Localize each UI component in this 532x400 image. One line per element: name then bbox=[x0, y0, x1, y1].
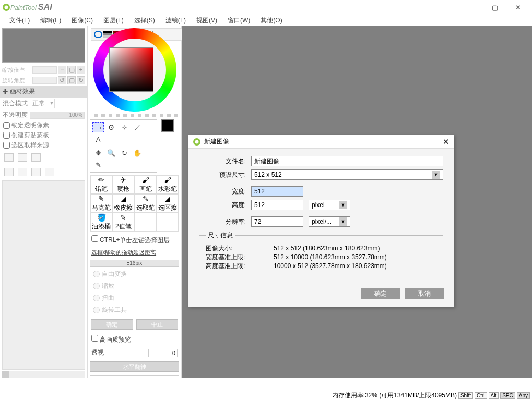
sel-source-label: 选区取样来源 bbox=[11, 141, 49, 150]
effects-header[interactable]: ✚画材效果 bbox=[0, 86, 87, 98]
key-ctrl: Ctrl bbox=[475, 392, 487, 399]
status-bar: 内存使用率:32% (可用1341MB/上限4095MB) Shift Ctrl… bbox=[0, 391, 532, 400]
layer-list[interactable] bbox=[2, 180, 85, 370]
rect-select-tool-icon[interactable]: ▭ bbox=[92, 122, 104, 132]
height-max-label: 高度基准上限: bbox=[206, 262, 274, 271]
hq-preview-label: 高画质预览 bbox=[100, 336, 131, 343]
menu-select[interactable]: 选择(S) bbox=[129, 15, 160, 26]
width-label: 宽度: bbox=[199, 187, 251, 196]
flip-horizontal-button[interactable]: 水平翻转 bbox=[90, 361, 179, 372]
new-folder-icon[interactable] bbox=[31, 153, 41, 162]
window-minimize-button[interactable]: — bbox=[459, 0, 483, 15]
merge-down-icon[interactable] bbox=[4, 168, 14, 176]
hand-tool-icon[interactable]: ✋ bbox=[132, 148, 143, 158]
menu-bar: 文件(F) 编辑(E) 图像(C) 图层(L) 选择(S) 滤镜(T) 视图(V… bbox=[0, 15, 532, 26]
brush-selpen[interactable]: ✎选取笔 bbox=[135, 194, 157, 213]
rotate-ccw2-button[interactable]: ↺ bbox=[58, 76, 66, 84]
zoom-plus-button[interactable]: + bbox=[77, 66, 85, 74]
clear-layer-icon[interactable] bbox=[31, 168, 41, 176]
brush-selerase[interactable]: ◢选区擦 bbox=[157, 194, 179, 213]
lasso-tool-icon[interactable]: ʘ bbox=[105, 122, 117, 132]
fg-bg-swatch[interactable] bbox=[161, 119, 179, 137]
key-spc: SPC bbox=[500, 392, 515, 399]
zoom-slider[interactable] bbox=[32, 66, 57, 74]
blend-mode-label: 混合模式 bbox=[3, 99, 28, 108]
layer-opacity-slider[interactable]: 100% bbox=[30, 112, 85, 119]
filename-input[interactable] bbox=[251, 156, 443, 166]
flatten-icon[interactable] bbox=[18, 168, 27, 176]
clip-mask-checkbox[interactable] bbox=[3, 132, 10, 139]
lock-alpha-checkbox[interactable] bbox=[3, 122, 10, 129]
brush-eraser[interactable]: ◢橡皮擦 bbox=[112, 194, 134, 213]
navigator-thumbnail[interactable] bbox=[2, 28, 85, 63]
brush-empty-1[interactable] bbox=[135, 213, 157, 232]
chevron-down-icon: ▼ bbox=[339, 201, 347, 209]
transform-ok-button[interactable]: 确定 bbox=[91, 319, 133, 330]
line-tool-icon[interactable]: ／ bbox=[132, 122, 143, 132]
zoom-tool-icon[interactable]: 🔍 bbox=[105, 148, 117, 158]
delete-layer-icon[interactable] bbox=[45, 168, 54, 176]
rotate-cw2-button[interactable]: ↻ bbox=[77, 76, 85, 84]
drag-delay-value[interactable]: ±16pix bbox=[90, 260, 179, 267]
brush-airbrush[interactable]: ✈喷枪 bbox=[112, 175, 134, 194]
layer-hscroll[interactable] bbox=[2, 371, 85, 378]
height-max-value: 10000 x 512 (3527.78mm x 180.623mm) bbox=[274, 262, 387, 271]
preset-select[interactable]: 512 x 512▼ bbox=[251, 169, 443, 180]
transform-cancel-button[interactable]: 中止 bbox=[136, 319, 179, 330]
dialog-cancel-button[interactable]: 取消 bbox=[405, 288, 444, 299]
zoom-slider-label: 缩放倍率 bbox=[2, 66, 31, 74]
brush-bucket[interactable]: 🪣油漆桶 bbox=[90, 213, 112, 232]
drag-delay-label: 选框/移动的拖动延迟距离 bbox=[90, 248, 179, 258]
brush-watercolor[interactable]: 🖌水彩笔 bbox=[157, 175, 179, 194]
svg-point-3 bbox=[195, 140, 199, 143]
scratchpad[interactable] bbox=[90, 114, 179, 117]
move-tool-icon[interactable]: ✥ bbox=[92, 148, 104, 158]
resolution-input[interactable] bbox=[251, 216, 303, 227]
magic-wand-tool-icon[interactable]: ✧ bbox=[119, 122, 130, 132]
window-maximize-button[interactable]: ▢ bbox=[483, 0, 506, 15]
brush-empty-2[interactable] bbox=[157, 213, 179, 232]
menu-filter[interactable]: 滤镜(T) bbox=[160, 15, 191, 26]
lock-alpha-label: 锁定透明像素 bbox=[11, 121, 49, 130]
menu-other[interactable]: 其他(O) bbox=[255, 15, 287, 26]
brush-grid: ✏铅笔 ✈喷枪 🖌画笔 🖌水彩笔 ✎马克笔 ◢橡皮擦 ✎选取笔 ◢选区擦 🪣油漆… bbox=[90, 175, 179, 232]
res-unit-select[interactable]: pixel/...▼ bbox=[309, 216, 350, 227]
transform-scale-radio bbox=[93, 283, 100, 289]
rotate-reset2-button[interactable]: ▢ bbox=[67, 76, 76, 84]
dialog-ok-button[interactable]: 确定 bbox=[361, 288, 400, 299]
color-square[interactable] bbox=[109, 47, 153, 92]
wh-unit-select[interactable]: pixel▼ bbox=[309, 200, 350, 210]
brush-binary[interactable]: ✎2值笔 bbox=[112, 213, 134, 232]
sel-source-checkbox[interactable] bbox=[3, 142, 10, 149]
menu-layer[interactable]: 图层(L) bbox=[98, 15, 129, 26]
menu-window[interactable]: 窗口(W) bbox=[222, 15, 255, 26]
menu-image[interactable]: 图像(C) bbox=[66, 15, 98, 26]
new-layer-icon[interactable] bbox=[4, 153, 14, 162]
hq-preview-checkbox[interactable] bbox=[91, 335, 98, 342]
window-close-button[interactable]: ✕ bbox=[506, 0, 530, 15]
brush-pencil[interactable]: ✏铅笔 bbox=[90, 175, 112, 194]
rotate-slider[interactable] bbox=[32, 77, 57, 84]
zoom-reset-button[interactable]: ▢ bbox=[67, 66, 76, 74]
perspective-input[interactable] bbox=[148, 349, 178, 357]
dialog-close-button[interactable]: ✕ bbox=[443, 137, 450, 147]
new-linework-icon[interactable] bbox=[18, 153, 27, 162]
brush-marker[interactable]: ✎马克笔 bbox=[90, 194, 112, 213]
app-logo-icon bbox=[2, 3, 10, 11]
flip-vertical-button[interactable] bbox=[90, 375, 179, 376]
ctrl-click-layer-checkbox[interactable] bbox=[91, 235, 98, 242]
height-input[interactable] bbox=[251, 200, 303, 210]
menu-edit[interactable]: 编辑(E) bbox=[35, 15, 66, 26]
menu-view[interactable]: 视图(V) bbox=[191, 15, 222, 26]
width-input[interactable] bbox=[251, 186, 303, 197]
menu-file[interactable]: 文件(F) bbox=[4, 15, 35, 26]
brush-brush[interactable]: 🖌画笔 bbox=[135, 175, 157, 194]
eyedropper-tool-icon[interactable]: ✎ bbox=[92, 160, 104, 170]
rotate-slider-label: 旋转角度 bbox=[2, 77, 31, 84]
text-tool-icon[interactable]: A bbox=[92, 134, 104, 144]
blend-mode-select[interactable]: 正常▾ bbox=[30, 99, 55, 108]
color-wheel[interactable] bbox=[90, 28, 179, 112]
zoom-minus-button[interactable]: − bbox=[58, 66, 66, 74]
rotate-tool-icon[interactable]: ↻ bbox=[119, 148, 130, 158]
left-panel: 缩放倍率 − ▢ + 旋转角度 ↺ ▢ ↻ ✚画材效果 混合模式 正常▾ 不透明… bbox=[0, 26, 88, 378]
